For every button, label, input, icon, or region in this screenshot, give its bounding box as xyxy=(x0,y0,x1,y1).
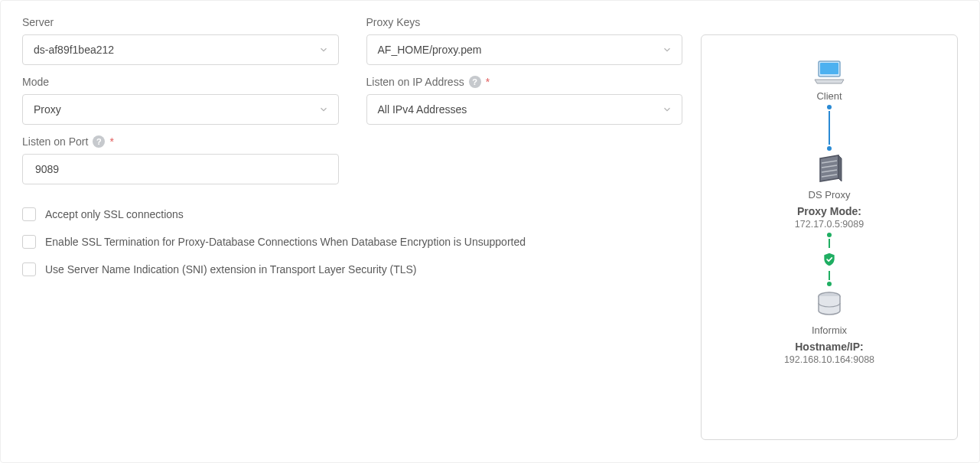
chevron-down-icon xyxy=(318,44,329,55)
db-title: Hostname/IP: xyxy=(795,341,863,353)
proxy-address: 172.17.0.5:9089 xyxy=(795,219,864,230)
checkbox-icon xyxy=(22,235,36,249)
connector-secure xyxy=(822,233,837,286)
checkbox-icon xyxy=(22,262,36,276)
database-icon xyxy=(814,289,845,320)
mode-value: Proxy xyxy=(34,103,61,116)
listen-ip-label: Listen on IP Address xyxy=(366,76,464,88)
config-form: Server ds-af89f1bea212 Proxy Keys AF_HOM… xyxy=(22,16,682,447)
shield-icon xyxy=(822,249,837,269)
proxy-keys-value: AF_HOME/proxy.pem xyxy=(378,44,482,56)
ssl-only-label: Accept only SSL connections xyxy=(45,208,184,220)
listen-port-label: Listen on Port xyxy=(22,135,88,148)
chevron-down-icon xyxy=(662,104,672,115)
help-icon[interactable]: ? xyxy=(469,76,481,88)
topology-diagram: Client DS Proxy Proxy Mode: 172.17.0.5:9… xyxy=(701,34,958,440)
svg-rect-1 xyxy=(820,63,838,74)
mode-label: Mode xyxy=(22,76,49,88)
server-field: Server ds-af89f1bea212 xyxy=(22,16,339,65)
listen-port-field: Listen on Port ? * xyxy=(22,135,339,184)
server-value: ds-af89f1bea212 xyxy=(34,44,114,56)
proxy-keys-field: Proxy Keys AF_HOME/proxy.pem xyxy=(366,16,683,65)
listen-ip-value: All IPv4 Addresses xyxy=(378,103,467,116)
client-node: Client xyxy=(812,60,846,102)
connector-line xyxy=(827,105,832,151)
proxy-keys-label: Proxy Keys xyxy=(366,16,421,28)
listen-port-input-wrapper xyxy=(22,154,339,184)
chevron-down-icon xyxy=(318,104,329,115)
ssl-termination-checkbox-row[interactable]: Enable SSL Termination for Proxy-Databas… xyxy=(22,235,682,249)
db-label: Informix xyxy=(812,324,847,336)
sni-checkbox-row[interactable]: Use Server Name Indication (SNI) extensi… xyxy=(22,262,682,276)
server-icon xyxy=(814,154,845,184)
checkbox-icon xyxy=(22,207,36,221)
listen-port-input[interactable] xyxy=(34,162,327,176)
sni-label: Use Server Name Indication (SNI) extensi… xyxy=(45,263,417,276)
database-node: Informix Hostname/IP: 192.168.10.164:908… xyxy=(784,289,874,365)
listen-ip-select[interactable]: All IPv4 Addresses xyxy=(366,94,683,125)
ssl-only-checkbox-row[interactable]: Accept only SSL connections xyxy=(22,207,682,221)
chevron-down-icon xyxy=(662,44,672,55)
required-indicator: * xyxy=(486,76,490,88)
mode-field: Mode Proxy xyxy=(22,76,339,125)
db-address: 192.168.10.164:9088 xyxy=(784,354,874,365)
laptop-icon xyxy=(812,60,846,86)
mode-select[interactable]: Proxy xyxy=(22,94,339,125)
proxy-label: DS Proxy xyxy=(809,189,851,201)
proxy-node: DS Proxy Proxy Mode: 172.17.0.5:9089 xyxy=(795,154,864,230)
required-indicator: * xyxy=(109,135,113,148)
ssl-termination-label: Enable SSL Termination for Proxy-Databas… xyxy=(45,236,526,248)
proxy-mode-title: Proxy Mode: xyxy=(797,205,861,217)
client-label: Client xyxy=(816,90,842,102)
server-label: Server xyxy=(22,16,54,28)
proxy-keys-select[interactable]: AF_HOME/proxy.pem xyxy=(366,34,683,65)
server-select[interactable]: ds-af89f1bea212 xyxy=(22,34,339,65)
listen-ip-field: Listen on IP Address ? * All IPv4 Addres… xyxy=(366,76,683,125)
help-icon[interactable]: ? xyxy=(93,135,105,148)
